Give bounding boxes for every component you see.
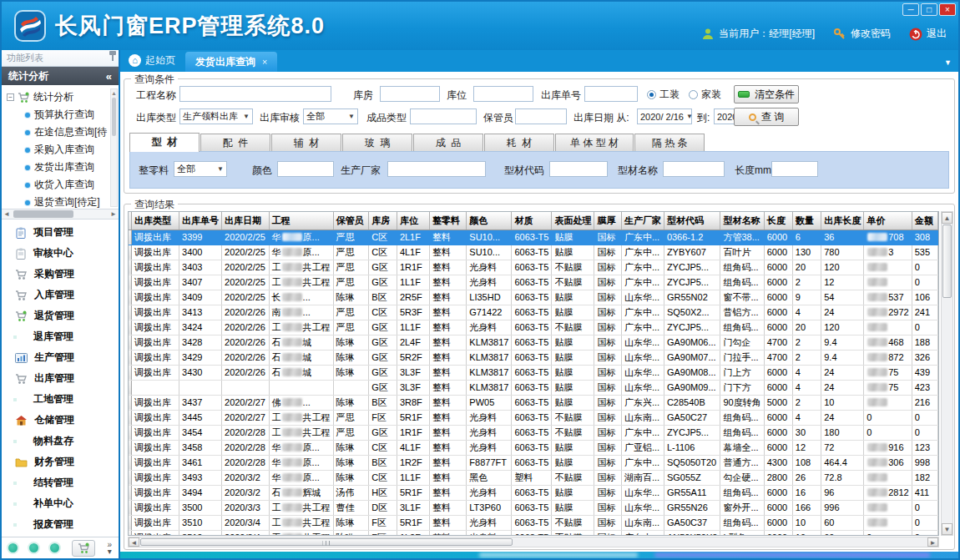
scroll-left-icon[interactable]: ◄ bbox=[2, 209, 12, 219]
scroll-thumb[interactable] bbox=[942, 225, 952, 298]
sidebar-item-退库管理[interactable]: 退库管理 bbox=[2, 326, 119, 347]
table-row[interactable]: 调拨出库34612020/2/28华原...陈琳B区1R2F整料F8877FT6… bbox=[129, 455, 938, 470]
manufacturer-input[interactable] bbox=[387, 161, 486, 177]
column-header-生产厂家[interactable]: 生产厂家 bbox=[621, 212, 664, 230]
table-row[interactable]: 调拨出库34002020/2/25华原...严思C区4L1F整料SU10...6… bbox=[129, 245, 938, 260]
table-row[interactable]: 调拨出库34942020/3/2石辉城汤伟H区5R1F整料光身料6063-T5贴… bbox=[129, 485, 938, 500]
sidebar-item-物料盘存[interactable]: 物料盘存 bbox=[2, 431, 119, 452]
clear-conditions-button[interactable]: 清空条件 bbox=[734, 85, 799, 103]
tree-item[interactable]: 发货出库查询 bbox=[7, 159, 119, 176]
column-header-出库长度[interactable]: 出库长度 bbox=[821, 212, 864, 230]
order-no-input[interactable] bbox=[584, 86, 638, 102]
table-row[interactable]: 调拨出库34452020/2/27工共工程严思F区5R1F整料光身料6063-T… bbox=[129, 410, 938, 425]
table-row[interactable]: 调拨出库35122020/3/4工共工程陈琳F区1L2F整料光身料6063-T5… bbox=[129, 530, 938, 536]
table-row[interactable]: 调拨出库34092020/2/25长...陈琳B区2R5F整料LI35HD606… bbox=[129, 290, 938, 305]
collapse-icon[interactable]: « bbox=[106, 70, 112, 83]
sidebar-item-生产管理[interactable]: 生产管理 bbox=[2, 347, 119, 368]
material-tab-4[interactable]: 成 品 bbox=[413, 134, 483, 152]
dot-icon[interactable] bbox=[29, 543, 38, 552]
table-row[interactable]: 调拨出库34132020/2/26南...严思C区5R3F整料G71422606… bbox=[129, 305, 938, 320]
material-tab-6[interactable]: 单 体 型 材 bbox=[555, 134, 634, 152]
table-horizontal-scrollbar[interactable]: ◄ ► bbox=[128, 537, 939, 547]
column-header-颜色[interactable]: 颜色 bbox=[467, 212, 512, 230]
tab-active-shipment-query[interactable]: 发货出库查询 × bbox=[185, 52, 277, 72]
scroll-up-icon[interactable]: ▲ bbox=[942, 212, 952, 224]
column-header-型材名称[interactable]: 型材名称 bbox=[720, 212, 764, 230]
material-tab-2[interactable]: 辅 材 bbox=[271, 134, 341, 152]
product-type-input[interactable] bbox=[410, 108, 477, 124]
column-header-整零料[interactable]: 整零料 bbox=[429, 212, 466, 230]
table-row[interactable]: 调拨出库34932020/3/2华原...陈琳C区1L1F整料黑色塑料不贴膜国标… bbox=[129, 470, 938, 485]
project-name-input[interactable] bbox=[179, 86, 331, 102]
scroll-right-icon[interactable]: ► bbox=[109, 209, 119, 219]
length-input[interactable] bbox=[771, 161, 818, 177]
scroll-thumb[interactable] bbox=[13, 210, 73, 218]
table-row[interactable]: 调拨出库34302020/2/26石城陈琳G区3L3F整料KLM38176063… bbox=[129, 365, 938, 380]
dot-icon[interactable] bbox=[8, 543, 18, 552]
change-password-button[interactable]: 修改密码 bbox=[833, 27, 891, 41]
column-header-出库单号[interactable]: 出库单号 bbox=[179, 212, 222, 230]
sidebar-item-项目管理[interactable]: 项目管理 bbox=[2, 222, 119, 243]
tab-close-icon[interactable]: × bbox=[262, 57, 267, 67]
tree-item[interactable]: 退货查询[待定] bbox=[7, 194, 119, 209]
pin-icon[interactable] bbox=[112, 55, 114, 61]
table-vertical-scrollbar[interactable]: ▲ ▼ bbox=[941, 211, 953, 536]
tab-list-dropdown-icon[interactable]: ▼ bbox=[944, 58, 952, 67]
sidebar-item-工地管理[interactable]: 工地管理 bbox=[2, 389, 119, 410]
table-row[interactable]: 调拨出库34242020/2/26工共工程严思G区1L1F整料光身料6063-T… bbox=[129, 320, 938, 335]
column-header-材质[interactable]: 材质 bbox=[512, 212, 552, 230]
table-row[interactable]: 调拨出库34032020/2/25工共工程严思G区1R1F整料光身料6063-T… bbox=[129, 260, 938, 275]
dot-icon[interactable] bbox=[50, 543, 59, 552]
sidebar-item-报废管理[interactable]: 报废管理 bbox=[2, 514, 119, 535]
material-tab-0[interactable]: 型 材 bbox=[129, 133, 200, 152]
sidebar-item-财务管理[interactable]: 财务管理 bbox=[2, 452, 119, 472]
column-header-库位[interactable]: 库位 bbox=[397, 212, 429, 230]
scroll-down-icon[interactable]: ▼ bbox=[942, 523, 952, 535]
tree-vertical-scrollbar[interactable]: ▲ bbox=[110, 88, 118, 207]
column-header-库房[interactable]: 库房 bbox=[369, 212, 397, 230]
sidebar-item-入库管理[interactable]: 入库管理 bbox=[2, 285, 119, 305]
close-button[interactable]: × bbox=[939, 3, 956, 16]
sidebar-group-header[interactable]: 统计分析 « bbox=[2, 67, 119, 85]
column-header-单价[interactable]: 单价 bbox=[864, 212, 912, 230]
column-header-出库日期[interactable]: 出库日期 bbox=[222, 212, 270, 230]
table-row[interactable]: 调拨出库34582020/2/28华原...陈琳C区4L1F整料光身料6063-… bbox=[129, 440, 938, 455]
material-tab-1[interactable]: 配 件 bbox=[200, 134, 270, 152]
column-header-工程[interactable]: 工程 bbox=[269, 212, 333, 230]
profile-name-input[interactable] bbox=[663, 161, 725, 177]
column-header-膜厚[interactable]: 膜厚 bbox=[594, 212, 621, 230]
material-tab-3[interactable]: 玻 璃 bbox=[342, 134, 412, 152]
profile-code-input[interactable] bbox=[549, 161, 608, 177]
whole-part-select[interactable]: 全部▼ bbox=[174, 161, 227, 177]
location-input[interactable] bbox=[473, 86, 533, 102]
table-row[interactable]: 调拨出库33992020/2/25华原...严思C区2L1F整料SU10...6… bbox=[129, 230, 938, 245]
column-header-保管员[interactable]: 保管员 bbox=[333, 212, 369, 230]
sidebar-item-采购管理[interactable]: 采购管理 bbox=[2, 264, 119, 285]
keeper-input[interactable] bbox=[515, 108, 567, 124]
sidebar-item-补单中心[interactable]: 补单中心 bbox=[2, 493, 119, 514]
table-row[interactable]: 调拨出库34292020/2/26石城陈琳G区5R2F整料KLM38176063… bbox=[129, 350, 938, 365]
sidebar-item-退货管理[interactable]: 退货管理 bbox=[2, 305, 119, 326]
tree-item[interactable]: 收货入库查询 bbox=[7, 176, 119, 194]
tree-item[interactable]: 采购入库查询 bbox=[7, 141, 119, 159]
material-tab-5[interactable]: 耗 材 bbox=[484, 134, 554, 152]
sidebar-item-审核中心[interactable]: 审核中心 bbox=[2, 243, 119, 264]
scroll-thumb[interactable] bbox=[140, 538, 513, 546]
column-header-金额[interactable]: 金额 bbox=[912, 212, 937, 230]
scroll-right-icon[interactable]: ► bbox=[927, 537, 938, 547]
tab-home[interactable]: ⌂ 起始页 bbox=[124, 53, 185, 72]
sidebar-item-结转管理[interactable]: 结转管理 bbox=[2, 472, 119, 493]
column-header-数量[interactable]: 数量 bbox=[792, 212, 821, 230]
expander-icon[interactable]: − bbox=[7, 93, 14, 101]
material-tab-7[interactable]: 隔 热 条 bbox=[634, 134, 705, 152]
table-row[interactable]: 调拨出库34072020/2/25工共工程严思G区1L1F整料光身料6063-T… bbox=[129, 275, 938, 290]
table-row[interactable]: 调拨出库34542020/2/28工共工程严思G区1R1F整料光身料6063-T… bbox=[129, 425, 938, 440]
column-header-长度[interactable]: 长度 bbox=[764, 212, 792, 230]
color-input[interactable] bbox=[277, 161, 334, 177]
tree-item[interactable]: 在途信息查询[待 bbox=[7, 124, 119, 141]
search-button[interactable]: 查 询 bbox=[734, 108, 799, 126]
tree-horizontal-scrollbar[interactable]: ◄ ► bbox=[2, 209, 119, 219]
overflow-cart-button[interactable] bbox=[72, 540, 95, 557]
table-row[interactable]: 调拨出库35102020/3/4工共工程陈琳F区5R1F整料光身料6063-T5… bbox=[129, 515, 938, 530]
audit-select[interactable]: 全部▼ bbox=[303, 108, 358, 124]
